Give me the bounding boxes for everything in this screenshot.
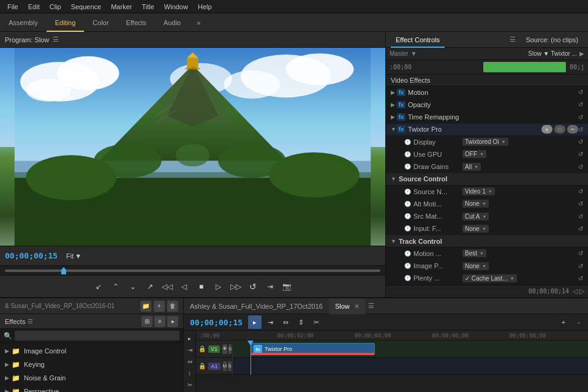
- menu-clip[interactable]: Clip: [45, 0, 66, 13]
- image-p-reset-icon[interactable]: ↺: [578, 263, 583, 270]
- a1-s-btn[interactable]: S: [228, 361, 231, 371]
- twixtor-icon-pen[interactable]: ✏: [567, 125, 578, 134]
- effects-item-image-control[interactable]: ▶ 📁 Image Control: [0, 344, 183, 358]
- track-control-header[interactable]: ▼ Track Control: [386, 235, 588, 247]
- rewind-btn[interactable]: ◁◁: [160, 280, 174, 293]
- motion-ctrl-dropdown[interactable]: Best: [462, 249, 486, 257]
- tab-effect-controls[interactable]: Effect Controls: [391, 32, 445, 48]
- fit-dropdown[interactable]: Fit ▼: [66, 252, 83, 260]
- alt-moti-clock-icon[interactable]: 🕐: [404, 201, 411, 207]
- a1-m-btn[interactable]: M: [223, 361, 227, 371]
- loop-btn[interactable]: ↺: [246, 280, 260, 293]
- tl-vtool-1[interactable]: ▸: [185, 333, 195, 343]
- source-n-clock-icon[interactable]: 🕐: [404, 189, 411, 195]
- tl-tool-roll[interactable]: ⇔: [279, 315, 292, 329]
- source-n-reset-icon[interactable]: ↺: [578, 188, 583, 195]
- time-remap-reset-icon[interactable]: ↺: [578, 114, 583, 121]
- tl-vtool-2[interactable]: ⇥: [185, 345, 195, 355]
- source-control-header[interactable]: ▼ Source Control: [386, 173, 588, 186]
- tl-tool-zoom-out[interactable]: -: [572, 315, 586, 329]
- plenty-reset-icon[interactable]: ↺: [578, 275, 583, 282]
- src-mat-dropdown[interactable]: Cut A: [462, 213, 489, 221]
- go-to-in-btn[interactable]: ↙: [92, 280, 105, 293]
- alt-moti-dropdown[interactable]: None: [462, 200, 489, 208]
- tl-a1-track[interactable]: [233, 358, 588, 375]
- src-mat-reset-icon[interactable]: ↺: [578, 213, 583, 220]
- effects-view-icon2[interactable]: ≡: [154, 316, 165, 327]
- tl-v1-track[interactable]: fx Twixtor Pro: [233, 341, 588, 358]
- tl-tool-razor[interactable]: ✂: [309, 315, 323, 329]
- draw-reset-icon[interactable]: ↺: [578, 164, 583, 170]
- tl-vtool-3[interactable]: ⇔: [185, 356, 195, 366]
- menu-file[interactable]: File: [2, 0, 23, 13]
- preview-scrubber[interactable]: [0, 265, 385, 275]
- tl-vtool-4[interactable]: ↕: [185, 368, 195, 378]
- insert-btn[interactable]: ⇥: [263, 280, 277, 293]
- step-fwd-btn[interactable]: ⌄: [126, 280, 140, 293]
- plenty-dropdown[interactable]: ✓ Cache Last...: [462, 274, 517, 282]
- gpu-reset-icon[interactable]: ↺: [578, 151, 583, 157]
- clip-nav-icon[interactable]: ▶: [579, 50, 584, 57]
- ec-tl-bar[interactable]: [415, 60, 566, 74]
- ec-nav-left-icon[interactable]: ◁: [573, 287, 578, 295]
- effects-menu-icon[interactable]: ☰: [28, 318, 33, 325]
- tl-tool-rate[interactable]: ⇕: [294, 315, 307, 329]
- tab-assembly[interactable]: Assembly: [0, 13, 47, 32]
- motion-ctrl-clock-icon[interactable]: 🕐: [404, 251, 411, 257]
- input-f-dropdown[interactable]: None: [462, 225, 489, 233]
- motion-ctrl-reset-icon[interactable]: ↺: [578, 250, 583, 257]
- opacity-reset-icon[interactable]: ↺: [578, 101, 583, 108]
- opacity-arrow-icon[interactable]: ▶: [391, 102, 397, 108]
- tl-clip-twixtor[interactable]: fx Twixtor Pro: [251, 343, 375, 355]
- effects-item-perspective[interactable]: ▶ 📁 Perspective: [0, 385, 183, 392]
- menu-title[interactable]: Title: [137, 0, 159, 13]
- plenty-clock-icon[interactable]: 🕐: [404, 275, 411, 281]
- tab-editing[interactable]: Editing: [47, 13, 85, 32]
- menu-edit[interactable]: Edit: [23, 0, 45, 13]
- tl-vtool-5[interactable]: ✂: [185, 380, 195, 390]
- play-btn[interactable]: ▷: [212, 280, 225, 293]
- twixtor-icon-box[interactable]: □: [554, 125, 565, 134]
- effects-new-item-icon[interactable]: +: [154, 301, 165, 312]
- tab-source[interactable]: Source: (no clips): [521, 32, 583, 48]
- tab-color[interactable]: Color: [84, 13, 117, 32]
- panel-menu-icon[interactable]: ☰: [510, 36, 516, 43]
- ffwd-btn[interactable]: ▷▷: [229, 280, 243, 293]
- a1-lock-icon[interactable]: 🔒: [198, 363, 206, 369]
- v1-eye-btn[interactable]: 👁: [222, 344, 227, 354]
- workspace-more[interactable]: »: [192, 13, 205, 32]
- time-remap-arrow-icon[interactable]: ▶: [391, 114, 397, 120]
- source-n-dropdown[interactable]: Video 1: [462, 187, 495, 195]
- display-dropdown[interactable]: Twixtored Oi: [462, 138, 508, 146]
- tab-effects[interactable]: Effects: [118, 13, 155, 32]
- tl-tool-select[interactable]: ▸: [248, 315, 262, 329]
- effects-view-icon1[interactable]: ⊞: [141, 316, 153, 327]
- menu-sequence[interactable]: Sequence: [66, 0, 107, 13]
- go-to-out-btn[interactable]: ↗: [143, 280, 157, 293]
- effects-item-noise[interactable]: ▶ 📁 Noise & Grain: [0, 371, 183, 385]
- image-p-dropdown[interactable]: None: [462, 262, 489, 270]
- menu-marker[interactable]: Marker: [106, 0, 137, 13]
- effects-search-input[interactable]: [15, 331, 179, 341]
- alt-moti-reset-icon[interactable]: ↺: [578, 200, 583, 207]
- camera-btn[interactable]: 📷: [281, 280, 294, 293]
- tl-tab-menu-icon[interactable]: ☰: [368, 302, 374, 310]
- tl-tool-ripple[interactable]: ⇥: [263, 315, 277, 329]
- effects-delete-icon[interactable]: 🗑: [167, 301, 178, 312]
- display-clock-icon[interactable]: 🕐: [404, 139, 411, 145]
- v1-solo-btn[interactable]: S: [228, 344, 232, 354]
- ec-nav-right-icon[interactable]: ▷: [579, 287, 584, 295]
- motion-arrow-icon[interactable]: ▶: [391, 89, 397, 96]
- draw-clock-icon[interactable]: 🕐: [404, 164, 411, 170]
- stop-btn[interactable]: ■: [195, 280, 208, 293]
- display-reset-icon[interactable]: ↺: [578, 138, 583, 145]
- tl-tab-sequence1[interactable]: Ashley & Susan_Full_Video_RP_17Oct2016: [184, 298, 329, 314]
- twixtor-icon-circle[interactable]: ●: [541, 125, 552, 134]
- preview-menu-icon[interactable]: ☰: [53, 36, 59, 43]
- menu-window[interactable]: Window: [159, 0, 193, 13]
- tl-tab-slow[interactable]: Slow ✕: [329, 298, 366, 314]
- input-f-clock-icon[interactable]: 🕐: [404, 225, 411, 232]
- tl-tab-slow-close-icon[interactable]: ✕: [354, 303, 360, 310]
- step-back-btn[interactable]: ⌃: [109, 280, 123, 293]
- image-p-clock-icon[interactable]: 🕐: [404, 263, 411, 269]
